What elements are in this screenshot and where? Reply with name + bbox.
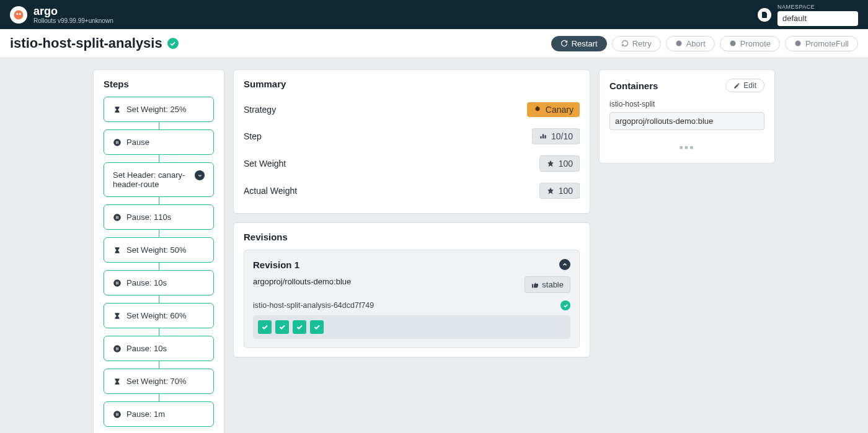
steps-title: Steps xyxy=(104,79,214,89)
revision-image: argoproj/rollouts-demo:blue xyxy=(253,277,351,286)
step-connector xyxy=(159,263,159,270)
step-connector xyxy=(159,328,159,336)
promote-full-button[interactable]: PromoteFull xyxy=(785,36,858,51)
step-item: Pause: 10s xyxy=(104,270,214,295)
step-item: Set Weight: 60% xyxy=(104,303,214,328)
step-connector xyxy=(159,122,159,129)
step-connector xyxy=(159,361,159,369)
namespace-input[interactable] xyxy=(777,11,858,26)
healthy-icon xyxy=(167,38,179,49)
svg-rect-13 xyxy=(116,281,117,284)
topbar: argo Rollouts v99.99.99+unknown NAMESPAC… xyxy=(0,0,868,29)
retry-label: Retry xyxy=(632,39,652,48)
step-label: Set Weight: 60% xyxy=(126,311,205,320)
actualweight-value: 100 xyxy=(539,183,580,199)
svg-point-18 xyxy=(113,411,121,418)
svg-point-6 xyxy=(113,139,121,146)
pod-icon[interactable] xyxy=(293,320,306,334)
step-label: Set Header: canary-header-route xyxy=(113,170,190,189)
brand-name: argo xyxy=(33,6,113,17)
pod-icon[interactable] xyxy=(275,320,289,334)
stable-badge: stable xyxy=(525,276,570,293)
step-item: Set Weight: 25% xyxy=(104,97,214,122)
retry-button[interactable]: Retry xyxy=(612,36,661,51)
step-item: Pause: 1m xyxy=(104,401,214,427)
step-item: Pause xyxy=(104,129,214,155)
step-label: Set Weight: 50% xyxy=(126,245,205,255)
step-label: Pause: 10s xyxy=(126,344,205,353)
healthy-icon xyxy=(560,300,570,310)
step-label: Pause: 10s xyxy=(126,278,205,287)
argo-logo-icon xyxy=(10,6,27,24)
step-label: Set Weight: 70% xyxy=(126,377,205,386)
chevron-down-icon[interactable] xyxy=(195,170,205,180)
restart-button[interactable]: Restart xyxy=(551,36,607,51)
svg-point-15 xyxy=(113,345,121,352)
containers-card: Containers Edit istio-host-split ▪▪▪ xyxy=(599,69,775,164)
actualweight-value-text: 100 xyxy=(559,186,573,196)
setweight-label: Set Weight xyxy=(244,159,286,168)
abort-label: Abort xyxy=(686,39,706,48)
step-connector xyxy=(159,295,159,303)
restart-label: Restart xyxy=(572,39,598,48)
svg-point-1 xyxy=(16,13,18,15)
summary-title: Summary xyxy=(244,79,580,89)
pod-icon[interactable] xyxy=(310,320,324,334)
svg-point-3 xyxy=(676,41,681,46)
action-bar: Restart Retry Abort Promote PromoteFull xyxy=(551,36,858,51)
steps-card: Steps Set Weight: 25%PauseSet Header: ca… xyxy=(93,69,224,433)
step-item[interactable]: Set Header: canary-header-route xyxy=(104,162,214,197)
strategy-value-text: Canary xyxy=(546,105,574,115)
setweight-value: 100 xyxy=(539,155,580,172)
revision-item: Revision 1argoproj/rollouts-demo:bluesta… xyxy=(244,250,580,348)
step-connector xyxy=(159,230,159,237)
svg-rect-11 xyxy=(118,216,118,219)
svg-point-0 xyxy=(14,10,24,19)
containers-title: Containers xyxy=(609,81,658,91)
subbar: istio-host-split-analysis Restart Retry … xyxy=(0,29,868,58)
step-label: Pause: 1m xyxy=(126,409,205,419)
step-label: Set Weight: 25% xyxy=(126,105,205,114)
svg-rect-8 xyxy=(118,141,118,144)
strategy-label: Strategy xyxy=(244,105,276,115)
svg-rect-10 xyxy=(116,216,117,219)
svg-point-5 xyxy=(795,41,800,46)
svg-rect-7 xyxy=(116,141,117,144)
svg-rect-19 xyxy=(116,413,117,416)
svg-rect-16 xyxy=(116,347,117,350)
summary-card: Summary Strategy Canary Step 10/10 Set W… xyxy=(233,69,590,214)
setweight-value-text: 100 xyxy=(559,159,573,168)
content: Steps Set Weight: 25%PauseSet Header: ca… xyxy=(0,58,868,433)
namespace-label: NAMESPACE xyxy=(777,4,815,10)
actualweight-label: Actual Weight xyxy=(244,186,297,196)
docs-button[interactable] xyxy=(758,8,771,22)
pods-strip xyxy=(253,315,570,339)
svg-point-2 xyxy=(19,13,21,15)
brand-version: Rollouts v99.99.99+unknown xyxy=(33,18,113,24)
step-value-text: 10/10 xyxy=(551,131,573,141)
container-name: istio-host-split xyxy=(609,100,764,108)
page-title: istio-host-split-analysis xyxy=(10,35,162,51)
step-value: 10/10 xyxy=(532,128,580,144)
step-label: Step xyxy=(244,131,262,141)
svg-rect-17 xyxy=(118,347,118,350)
pod-icon[interactable] xyxy=(258,320,272,334)
brand: argo Rollouts v99.99.99+unknown xyxy=(10,6,113,24)
collapse-button[interactable] xyxy=(559,259,570,270)
revisions-card: Revisions Revision 1argoproj/rollouts-de… xyxy=(233,222,590,357)
step-label: Pause xyxy=(126,138,205,147)
edit-label: Edit xyxy=(743,81,756,90)
svg-rect-14 xyxy=(118,281,118,284)
svg-point-9 xyxy=(113,214,121,221)
step-item: Pause: 110s xyxy=(104,204,214,230)
step-connector xyxy=(159,394,159,401)
step-item: Set Weight: 50% xyxy=(104,237,214,263)
edit-containers-button[interactable]: Edit xyxy=(725,79,764,92)
step-item: Pause: 10s xyxy=(104,336,214,361)
replicaset-name: istio-host-split-analysis-64dcd7f749 xyxy=(253,301,374,310)
step-connector xyxy=(159,197,159,204)
abort-button[interactable]: Abort xyxy=(666,36,715,51)
promote-full-label: PromoteFull xyxy=(805,39,849,48)
container-image-input[interactable] xyxy=(609,112,764,130)
promote-button[interactable]: Promote xyxy=(720,36,780,51)
